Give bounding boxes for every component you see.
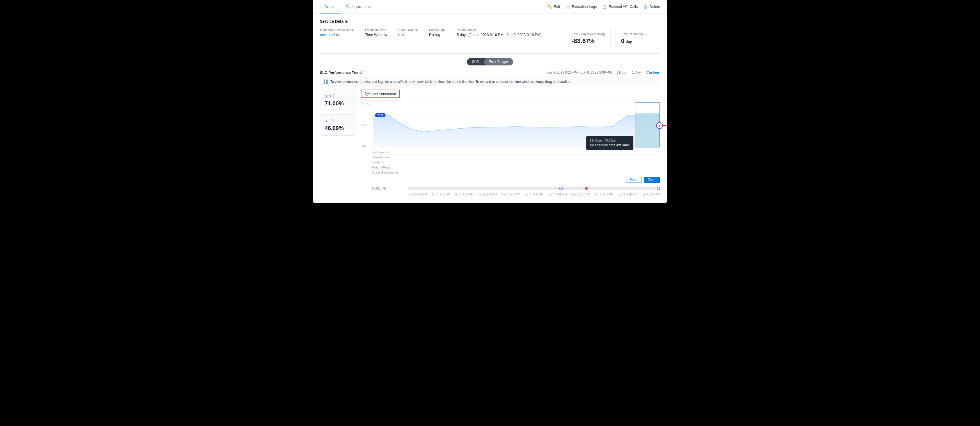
timeline-bar: ! (408, 187, 660, 190)
service-details-row: Monitored Service Name new one/test Eval… (320, 28, 660, 49)
error-budget-value: -83.67% (572, 37, 605, 45)
event-label-incidents: Incidents (372, 161, 408, 164)
sli-metric-title: SLI ⓘ (325, 118, 352, 123)
date-label-9: Jun 9, 9:16 AM (618, 193, 637, 196)
monitored-service-value: new one/test (320, 33, 354, 37)
chart-metrics: SLO ⓘ 71.00% SLI ⓘ 46.69% (320, 89, 356, 197)
selection-fill (635, 113, 660, 147)
add-annotation-button[interactable]: 💬 Add Annotation (361, 89, 400, 98)
slo-metric-value: 71.00% (325, 100, 352, 107)
health-source-value: test (398, 33, 418, 37)
trend-1day-btn[interactable]: 1 Day (631, 70, 642, 75)
period-type-value: Rolling (429, 33, 445, 37)
date-label-0: Jun 4, 9:16 PM (408, 193, 427, 196)
evaluation-type-label: Evaluation type (365, 28, 387, 32)
time-remaining-sub: day (625, 40, 632, 44)
scatter-icon[interactable]: ⊕ (656, 122, 663, 129)
time-remaining-value: 0 (621, 37, 624, 45)
error-budget-card: Error Budget Remaining -83.67% (566, 28, 611, 49)
date-label-5: Jun 7, 9:16 AM (525, 193, 544, 196)
timeline-label: TIMELINE (372, 187, 408, 190)
chart-actions: Reset Zoom (372, 177, 660, 183)
event-row-infrastructure: Infrastructure (372, 155, 660, 160)
y-label-50: 50% (362, 123, 370, 127)
date-label-7: Jun 8, 9:16 AM (571, 193, 590, 196)
service-details-title: Service Details (320, 19, 660, 24)
time-remaining-label: Time Remaining (621, 32, 654, 36)
y-label-0: 0% (362, 144, 370, 147)
monitored-service-label: Monitored Service Name (320, 28, 354, 32)
event-row-incidents: Incidents (372, 160, 660, 165)
chart-main: 💬 Add Annotation 100% 50% 0% (361, 89, 660, 197)
event-label-feature-flags: Feature Flags (372, 166, 408, 169)
date-label-2: Jun 5, 9:16 PM (455, 193, 473, 196)
header-actions: ✏️ Edit 🗒️ Execution Logs 📋 External API… (547, 5, 660, 9)
slo-metric-card: SLO ⓘ 71.00% (320, 89, 356, 111)
external-api-calls-button[interactable]: 📋 External API Calls (602, 5, 638, 9)
evaluation-type-value: Time Window (365, 33, 387, 37)
event-label-deployments: Deployments (372, 150, 408, 154)
event-rows: Deployments Infrastructure Incidents Fea… (372, 150, 660, 175)
execution-logs-button[interactable]: 🗒️ Execution Logs (565, 5, 597, 9)
date-label-10: Jun 9, 9:16 PM (641, 193, 660, 196)
date-label-1: Jun 5, 9:16 AM (431, 193, 450, 196)
timeline-dates: Jun 4, 9:16 PM Jun 5, 9:16 AM Jun 5, 9:1… (408, 192, 660, 197)
period-type-item: Period Type Rolling (429, 28, 445, 37)
trend-custom-btn[interactable]: Custom (645, 70, 660, 75)
sli-info-icon: ⓘ (331, 118, 334, 123)
tooltip-time: 12:40pm - 09:10pm (590, 139, 630, 142)
log-icon: 🗒️ (565, 5, 570, 9)
event-row-deployments: Deployments (372, 150, 660, 155)
slo-info-icon: ⓘ (332, 94, 336, 99)
chart-container: SLO ⓘ 71.00% SLI ⓘ 46.69% (320, 89, 660, 197)
event-content-chaos (408, 170, 660, 175)
event-content-feature-flags (408, 165, 660, 170)
timeline-marker-purple (559, 186, 563, 191)
date-label-3: Jun 6, 9:16 AM (478, 193, 497, 196)
error-budget-label: Error Budget Remaining (572, 32, 605, 36)
info-icon: ℹ️ (323, 80, 328, 84)
sli-metric-card: SLI ⓘ 46.69% (320, 114, 356, 136)
reset-button[interactable]: Reset (626, 177, 642, 183)
service-details-section: Service Details Monitored Service Name n… (320, 19, 660, 49)
monitored-service-link[interactable]: new one (320, 33, 334, 37)
timeline-bar-row: TIMELINE ! (372, 185, 660, 192)
trend-header: SLO Performance Trend Jun 4, 2023 9:16 P… (320, 70, 660, 75)
event-label-chaos: Chaos Experiments (372, 171, 408, 174)
timeline-marker-right (657, 186, 660, 191)
event-row-chaos: Chaos Experiments (372, 170, 660, 175)
date-label-6: Jun 7, 9:16 PM (548, 193, 566, 196)
date-label-4: Jun 6, 9:16 PM (501, 193, 520, 196)
info-text: To view anomalies, metrics and logs for … (330, 80, 571, 84)
evaluation-type-item: Evaluation type Time Window (365, 28, 387, 37)
toggle-group: SLO Error Budget (467, 58, 513, 65)
api-icon: 📋 (602, 5, 607, 9)
event-row-feature-flags: Feature Flags (372, 165, 660, 170)
trend-controls: Jun 4, 2023 9:16 PM - Jun 9, 2023 9:09 P… (547, 70, 660, 75)
event-content-deployments (408, 150, 660, 155)
period-length-label: Period Length (457, 28, 542, 32)
period-type-label: Period Type (429, 28, 445, 32)
event-label-infrastructure: Infrastructure (372, 156, 408, 159)
period-length-item: Period Length 5 days (Jun 4, 2023 9:16 P… (457, 28, 542, 37)
date-label-8: Jun 8, 9:16 PM (595, 193, 614, 196)
y-axis: 100% 50% 0% (361, 102, 371, 147)
toggle-error-budget[interactable]: Error Budget (484, 58, 513, 65)
chart-plot-area: 71% 12:40pm - 09:10pm No changes data av… (373, 102, 660, 148)
edit-button[interactable]: ✏️ Edit (547, 5, 560, 9)
budget-cards: Error Budget Remaining -83.67% Time Rema… (566, 28, 660, 49)
tab-configurations[interactable]: Configurations (341, 0, 375, 13)
annotation-comment-icon: 💬 (365, 91, 370, 96)
toggle-section: SLO Error Budget (320, 58, 660, 65)
y-label-100: 100% (362, 102, 370, 106)
percent-badge: 71% (375, 113, 386, 117)
toggle-slo[interactable]: SLO (467, 58, 484, 65)
timeline-section: TIMELINE ! (372, 185, 660, 197)
zoom-button[interactable]: Zoom (644, 177, 660, 183)
tab-details[interactable]: Details (320, 0, 341, 13)
delete-icon: 🗑️ (643, 5, 648, 9)
health-source-item: Health Source test (398, 28, 418, 37)
trend-1hour-btn[interactable]: 1 Hour (615, 70, 627, 75)
delete-button[interactable]: 🗑️ Delete (643, 5, 660, 9)
main-content: Service Details Monitored Service Name n… (313, 13, 667, 203)
